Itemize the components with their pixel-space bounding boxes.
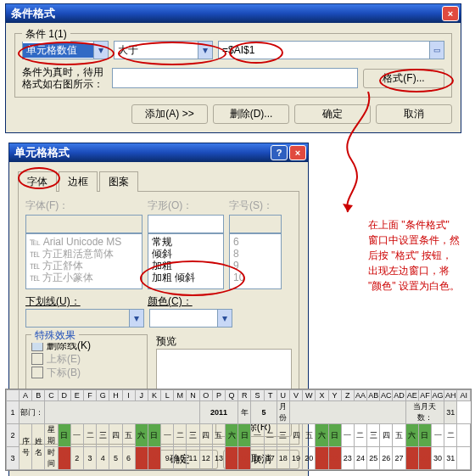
annotation-text: 在上面 "条件格式" 窗口中设置条件，然后按 "格式" 按钮，出现左边窗口，将 … [368, 217, 461, 294]
condition-operator-combo[interactable]: 大于▾ [114, 41, 213, 59]
format-button[interactable]: 格式(F)... [363, 69, 444, 88]
range-picker-icon[interactable]: ▭ [429, 42, 444, 59]
preview-legend: 预览 [156, 334, 292, 349]
color-label: 颜色(C)： [148, 294, 193, 309]
ok-button[interactable]: 确定 [294, 104, 371, 124]
underline-combo[interactable]: ▾ [25, 309, 144, 328]
chevron-down-icon: ▾ [129, 310, 143, 327]
delete-button[interactable]: 删除(D)... [213, 104, 289, 124]
size-label: 字号(S)： [229, 199, 273, 213]
chevron-down-icon: ▾ [198, 42, 212, 59]
condition-value-input[interactable]: =$AI$1 ▭ [218, 41, 444, 59]
font-list[interactable]: ℡ Arial Unicode MS ℡ 方正粗活意简体 ℡ 方正舒体 ℡ 方正… [25, 233, 142, 289]
cond-title: 条件格式 [11, 6, 55, 21]
spreadsheet-preview: ABCDEFGHIJKLMNOPQRSTUVWXYZAAABACADAEAFAG… [5, 389, 472, 471]
font-name-input[interactable] [25, 215, 142, 233]
tab-bar: 字体 边框 图案 [18, 171, 299, 192]
font-preview [156, 349, 292, 395]
font-titlebar[interactable]: 单元格格式 ? × [9, 143, 308, 162]
chevron-down-icon: ▾ [217, 310, 232, 327]
underline-label: 下划线(U)： [25, 294, 142, 309]
conditional-format-dialog: 条件格式 × 条件 1(1) 单元格数值▾ 大于▾ =$AI$1 ▭ 条件为真时… [5, 3, 461, 133]
condition-legend: 条件 1(1) [22, 27, 70, 42]
close-icon[interactable]: × [289, 145, 306, 160]
style-list[interactable]: 常规倾斜 加粗加粗 倾斜 [148, 233, 224, 289]
help-icon[interactable]: ? [271, 145, 288, 160]
color-combo[interactable]: ▾ [149, 309, 232, 328]
cancel-button[interactable]: 取消 [376, 104, 452, 124]
font-style-input[interactable] [148, 215, 224, 233]
size-list[interactable]: 68 910 [229, 233, 282, 289]
tab-pattern[interactable]: 图案 [99, 171, 138, 192]
effects-legend: 特殊效果 [31, 328, 79, 343]
condition-group: 条件 1(1) 单元格数值▾ 大于▾ =$AI$1 ▭ 条件为真时，待用 格式如… [14, 33, 452, 98]
close-icon[interactable]: × [442, 6, 459, 21]
preview-label: 条件为真时，待用 格式如右图所示： [22, 66, 107, 90]
effects-group: 特殊效果 删除线(K) 上标(E) 下标(B) [25, 334, 148, 392]
subscript-checkbox[interactable]: 下标(B) [31, 366, 142, 379]
font-title: 单元格格式 [14, 145, 70, 160]
format-preview [112, 68, 358, 88]
style-label: 字形(O)： [148, 199, 224, 213]
add-button[interactable]: 添加(A) >> [131, 104, 208, 124]
cond-titlebar[interactable]: 条件格式 × [6, 4, 461, 23]
chevron-down-icon: ▾ [93, 42, 108, 59]
superscript-checkbox[interactable]: 上标(E) [31, 352, 142, 366]
tab-border[interactable]: 边框 [59, 171, 98, 192]
font-label: 字体(F)： [25, 199, 142, 213]
condition-type-combo[interactable]: 单元格数值▾ [22, 41, 109, 59]
font-size-input[interactable] [229, 215, 282, 233]
tab-font[interactable]: 字体 [18, 171, 57, 192]
